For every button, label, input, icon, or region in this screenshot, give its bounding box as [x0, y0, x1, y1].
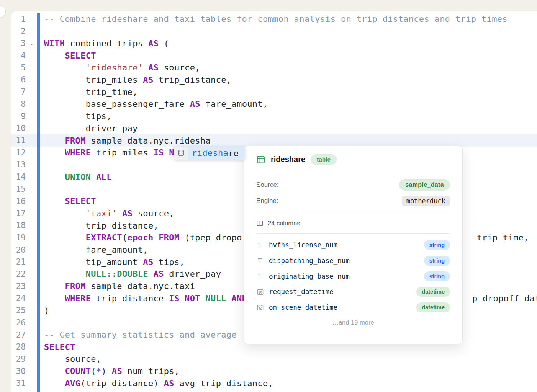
popup-title: rideshare: [271, 155, 305, 164]
code-text: FROM sample_data.nyc.taxi: [40, 281, 195, 291]
gutter-change-bar: [37, 86, 40, 98]
columns-count-label: 24 columns: [268, 220, 300, 227]
code-line[interactable]: 11 FROM sample_data.nyc.ridesha: [11, 134, 537, 147]
gutter-change-bar: [37, 389, 40, 392]
code-text: SELECT: [40, 342, 75, 352]
gutter-change-bar: [37, 171, 40, 183]
code-text: WHERE trip_miles IS N: [40, 148, 174, 157]
gutter-change-bar: [37, 365, 40, 377]
gutter-change-bar: [37, 219, 40, 232]
engine-label: Engine:: [256, 197, 278, 205]
line-number: 25: [11, 306, 26, 315]
gutter-change-bar: [37, 159, 40, 171]
line-number: 1: [11, 15, 26, 24]
code-line[interactable]: 2: [11, 25, 537, 38]
column-row: Tdispatching_base_numstring: [256, 253, 450, 269]
source-badge: sample_data: [399, 179, 450, 191]
code-text: trip_miles AS trip_distance,: [40, 75, 231, 85]
code-text: UNION ALL: [40, 172, 112, 182]
columns-list: Thvfhs_license_numstringTdispatching_bas…: [256, 234, 450, 315]
table-info-popup: rideshare table Source: sample_data Engi…: [244, 146, 463, 344]
more-columns-text: …and 19 more: [256, 315, 450, 330]
gutter-change-bar: [37, 13, 40, 25]
column-type-badge: datetime: [416, 287, 450, 297]
source-label: Source:: [256, 181, 279, 189]
code-line[interactable]: 7 trip_time,: [11, 86, 537, 98]
gutter-change-bar: [37, 25, 40, 38]
engine-row: Engine: motherduck: [256, 193, 450, 209]
gutter-change-bar: [37, 304, 40, 317]
code-line[interactable]: 5 'rideshare' AS source,: [11, 62, 537, 74]
gutter-change-bar: [37, 377, 40, 390]
line-number: 21: [11, 257, 26, 266]
code-text-continuation: p_dropoff_datet: [472, 292, 537, 305]
code-text: base_passenger_fare AS fare_amount,: [40, 99, 268, 109]
autocomplete-dropdown: rideshare: [174, 147, 245, 160]
code-line[interactable]: 9 tips,: [11, 110, 537, 122]
code-text: NULL::DOUBLE AS driver_pay: [40, 269, 221, 279]
database-icon: [174, 147, 188, 160]
code-text: source,: [40, 354, 102, 364]
code-line[interactable]: 1-- Combine rideshare and taxi tables fo…: [11, 13, 537, 25]
line-number: 27: [11, 330, 26, 340]
code-line[interactable]: 8 base_passenger_fare AS fare_amount,: [11, 98, 537, 110]
gutter-change-bar: [37, 256, 40, 268]
line-number: 4: [11, 51, 26, 60]
line-number: 6: [11, 75, 26, 84]
code-text: fare_amount,: [40, 245, 148, 255]
code-line[interactable]: 29 source,: [11, 353, 537, 365]
column-type-badge: datetime: [416, 302, 450, 312]
code-text: ): [40, 306, 49, 315]
source-row: Source: sample_data: [256, 177, 450, 193]
popup-meta-section: Source: sample_data Engine: motherduck: [256, 173, 450, 213]
gutter-change-bar: [37, 62, 40, 74]
gutter-change-bar: [37, 183, 40, 195]
gutter-change-bar: [37, 49, 40, 62]
code-text: 'taxi' AS source,: [40, 209, 174, 218]
line-number: 18: [11, 221, 26, 230]
code-text: EXTRACT(epoch FROM (tpep_dropo: [40, 233, 242, 242]
datetime-type-icon: [256, 288, 264, 296]
code-text: tip_amount AS tips,: [40, 257, 185, 267]
code-line[interactable]: 30 COUNT(*) AS num_trips,: [11, 365, 537, 377]
autocomplete-rest-text: re: [228, 149, 239, 158]
column-name: hvfhs_license_num: [269, 241, 424, 249]
gutter-change-bar: [37, 134, 40, 147]
autocomplete-item-rideshare[interactable]: rideshare: [188, 147, 245, 160]
code-text: AVG(trip_distance) AS avg_trip_distance,: [40, 379, 273, 388]
code-text: trip_time,: [40, 87, 138, 97]
line-number: 10: [11, 124, 26, 133]
code-text: FROM sample_data.nyc.ridesha: [40, 136, 211, 145]
fold-chevron-icon[interactable]: ⌄: [26, 41, 37, 46]
collapsed-panel-button[interactable]: [0, 5, 6, 18]
line-number: 31: [11, 379, 26, 388]
code-line[interactable]: 31 AVG(trip_distance) AS avg_trip_distan…: [11, 377, 537, 390]
gutter-change-bar: [37, 353, 40, 365]
code-line[interactable]: 4 SELECT: [11, 49, 537, 62]
line-number: 23: [11, 282, 26, 291]
code-line[interactable]: 6 trip_miles AS trip_distance,: [11, 74, 537, 86]
text-type-icon: T: [256, 242, 264, 248]
code-text: SELECT: [40, 196, 96, 206]
column-type-badge: string: [424, 240, 450, 250]
column-row: on_scene_datetimedatetime: [256, 300, 450, 315]
line-number: 19: [11, 233, 26, 242]
gutter-change-bar: [37, 244, 40, 256]
line-number: 7: [11, 87, 26, 96]
code-text: WHERE trip_distance IS NOT NULL AND: [40, 294, 247, 303]
column-row: Toriginating_base_numstring: [256, 268, 450, 284]
code-text: 'rideshare' AS source,: [40, 63, 200, 72]
code-line[interactable]: 10 driver_pay: [11, 122, 537, 134]
column-name: originating_base_num: [269, 273, 424, 280]
gutter-change-bar: [37, 74, 40, 86]
code-text-continuation: trip_time, --: [477, 232, 537, 244]
line-number: 20: [11, 245, 26, 255]
code-line[interactable]: 32 AVG(trip_time) AS avg_trip_time,: [11, 389, 537, 392]
line-number: 13: [11, 160, 26, 169]
text-type-icon: T: [256, 258, 264, 264]
code-line[interactable]: 3⌄WITH combined_trips AS (: [11, 37, 537, 49]
line-number: 2: [11, 27, 26, 36]
column-row: Thvfhs_license_numstring: [256, 237, 450, 253]
code-text: trip_distance,: [40, 221, 159, 230]
gutter-change-bar: [37, 329, 40, 341]
